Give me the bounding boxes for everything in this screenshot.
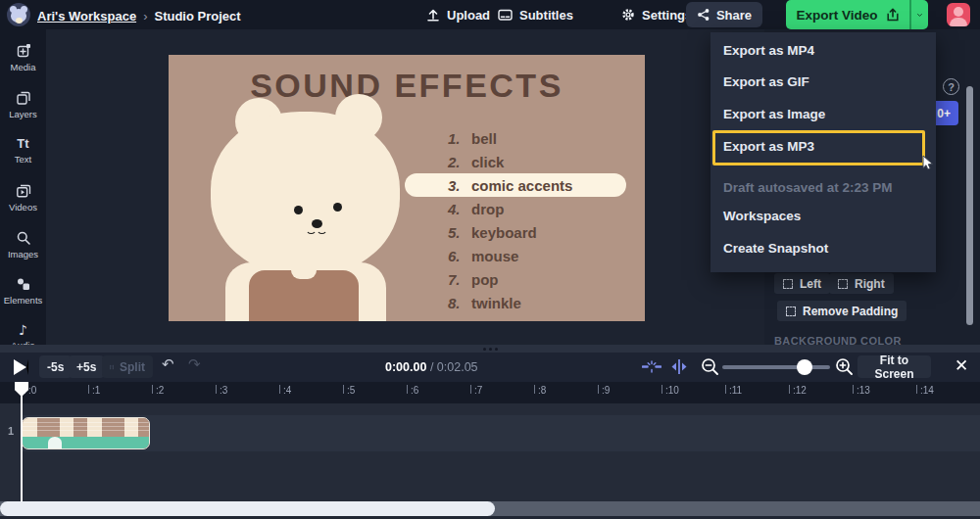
chevron-down-icon	[917, 12, 922, 19]
list-item: 5.keyboard	[405, 220, 626, 244]
clip-waveform	[48, 437, 62, 448]
shapes-icon	[16, 276, 31, 292]
menu-item-workspaces[interactable]: Workspaces	[723, 209, 801, 223]
clip-audio-strip	[23, 437, 149, 448]
video-clip[interactable]	[22, 417, 150, 449]
media-icon	[16, 43, 31, 59]
video-canvas[interactable]: SOUND EFFECTS 1.bell 2.click 3.comic acc…	[169, 55, 645, 321]
list-item: 2.click	[405, 150, 626, 173]
music-note-icon: ♪	[19, 323, 27, 337]
ruler-tick: :5	[343, 382, 355, 396]
current-time: 0:00.00	[385, 360, 426, 374]
settings-button[interactable]: Settings	[621, 0, 692, 29]
ruler-tick: :12	[789, 382, 807, 396]
playhead-line	[21, 388, 23, 501]
sidebar-item-label: Elements	[4, 295, 43, 306]
share-icon	[697, 8, 710, 22]
zoom-in-button[interactable]	[835, 357, 854, 379]
zoom-slider-thumb[interactable]	[797, 359, 812, 375]
person-icon	[954, 7, 963, 17]
subtitles-button[interactable]: Subtitles	[498, 0, 573, 29]
sidebar-item-videos[interactable]: Videos	[0, 183, 46, 212]
menu-item-create-snapshot[interactable]: Create Snapshot	[723, 241, 828, 256]
playback-time: 0:00.00 / 0:02.05	[385, 360, 478, 374]
gear-icon	[621, 8, 635, 22]
export-video-button[interactable]: Export Video	[786, 0, 909, 29]
sidebar-item-layers[interactable]: Layers	[0, 90, 46, 119]
remove-padding-button[interactable]: Remove Padding	[777, 301, 906, 321]
menu-item-export-gif[interactable]: Export as GIF	[723, 74, 809, 89]
layers-icon	[16, 90, 31, 106]
list-item: 6.mouse	[405, 244, 626, 267]
autosave-status: Draft autosaved at 2:23 PM	[723, 180, 893, 195]
pad-right-icon	[838, 279, 848, 289]
zoom-out-icon	[701, 357, 719, 376]
ruler-tick: :6	[407, 382, 418, 396]
list-item: 7.pop	[405, 267, 626, 291]
panel-scrollbar[interactable]	[966, 86, 973, 325]
menu-item-export-image[interactable]: Export as Image	[723, 107, 825, 121]
timeline-scrollbar-track[interactable]	[0, 501, 980, 516]
help-button[interactable]: ?	[943, 78, 959, 95]
sidebar-item-media[interactable]: Media	[0, 43, 46, 72]
undo-button[interactable]: ↶	[162, 355, 174, 373]
text-icon: Tt	[17, 137, 28, 151]
workspace-avatar[interactable]	[7, 3, 30, 26]
zoom-in-icon	[835, 357, 854, 376]
sound-effects-list: 1.bell 2.click 3.comic accents 4.drop 5.…	[405, 126, 626, 314]
sidebar-item-text[interactable]: Tt Text	[0, 137, 46, 165]
search-icon	[16, 230, 31, 246]
split-view-button[interactable]	[669, 359, 689, 377]
timeline-zoom-slider[interactable]	[722, 365, 830, 369]
ruler-tick: :11	[725, 382, 742, 396]
snap-toggle-button[interactable]	[642, 360, 662, 376]
sidebar-item-label: Images	[8, 249, 38, 260]
export-icon	[886, 8, 900, 22]
sidebar-item-label: Videos	[9, 202, 37, 212]
ruler-tick: :10	[662, 382, 679, 396]
ruler-tick: :3	[216, 382, 227, 396]
ruler-tick: :8	[534, 382, 546, 396]
fit-to-screen-button[interactable]: Fit to Screen	[858, 355, 931, 378]
sidebar-item-label: Text	[15, 154, 31, 165]
track-area: 1	[0, 403, 980, 501]
forward-5s-button[interactable]: +5s	[69, 355, 104, 378]
ruler-tick: :7	[470, 382, 482, 396]
breadcrumb-workspace-link[interactable]: Ari's Workspace	[37, 9, 136, 24]
menu-item-export-mp4[interactable]: Export as MP4	[723, 43, 814, 58]
close-timeline-button[interactable]: ✕	[949, 354, 974, 376]
bear-eye	[333, 203, 342, 212]
subtitles-icon	[498, 8, 513, 22]
pad-left-button[interactable]: Left	[774, 273, 830, 294]
upload-button[interactable]: Upload	[426, 0, 490, 29]
split-button[interactable]: Split	[102, 355, 153, 378]
clip-thumbnails	[23, 418, 149, 437]
sidebar-item-elements[interactable]: Elements	[0, 276, 46, 306]
breadcrumb: Ari's Workspace›Studio Project	[37, 7, 241, 24]
play-button[interactable]	[14, 359, 28, 375]
zoom-out-button[interactable]	[701, 357, 719, 379]
bear-eye	[294, 206, 303, 214]
timeline-ruler[interactable]: :0 :1 :2 :3 :4 :5 :6 :7 :8 :9 :10 :11 :1…	[0, 382, 980, 403]
list-item-highlighted: 3.comic accents	[405, 173, 626, 197]
timeline-resize-handle[interactable]	[0, 345, 980, 353]
track-lane-1	[22, 415, 980, 451]
list-item: 4.drop	[405, 197, 626, 220]
menu-item-export-mp3[interactable]: Export as MP3	[723, 139, 814, 154]
pad-right-button[interactable]: Right	[829, 273, 894, 294]
ruler-tick: :9	[598, 382, 610, 396]
redo-button[interactable]: ↷	[188, 355, 201, 373]
user-avatar[interactable]	[947, 3, 970, 26]
export-dropdown-menu: Export as MP4 Export as GIF Export as Im…	[710, 32, 936, 272]
timeline-scrollbar-thumb[interactable]	[0, 501, 495, 516]
timeline-toolbar: -5s +5s Split ↶ ↷ 0:00.00 / 0:02.05 Fit	[0, 353, 980, 382]
share-button[interactable]: Share	[686, 2, 762, 27]
rewind-5s-button[interactable]: -5s	[39, 355, 72, 378]
split-icon	[110, 361, 114, 373]
pad-left-icon	[783, 279, 793, 289]
export-options-caret[interactable]	[911, 0, 928, 29]
sidebar-item-images[interactable]: Images	[0, 230, 46, 260]
timeline-panel: -5s +5s Split ↶ ↷ 0:00.00 / 0:02.05 Fit	[0, 345, 980, 519]
upload-icon	[426, 8, 440, 22]
video-editor-app: SOUND EFFECTS 1.bell 2.click 3.comic acc…	[0, 0, 980, 519]
